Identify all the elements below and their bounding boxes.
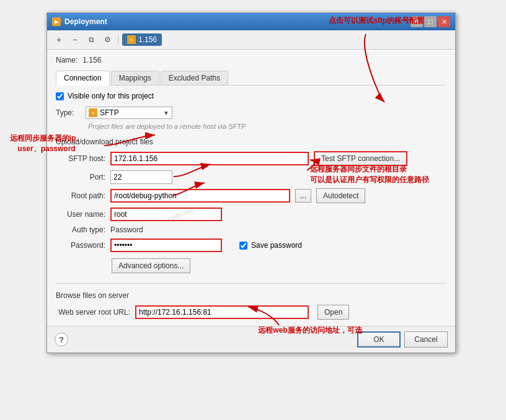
type-value: SFTP (100, 108, 161, 117)
dropdown-arrow-icon: ▼ (163, 110, 169, 116)
sftp-host-label: SFTP host: (56, 154, 105, 163)
open-button[interactable]: Open (317, 305, 349, 320)
remove-server-button[interactable]: − (68, 33, 82, 46)
sftp-icon: ≡ (127, 35, 136, 44)
dialog-title: Deployment (64, 17, 107, 26)
username-row: User name: (56, 208, 446, 221)
upload-section-label: Upload/download project files (56, 138, 446, 146)
web-url-label: Web server root URL: (56, 308, 130, 317)
title-bar: ▶ Deployment ─ □ ✕ (47, 13, 455, 30)
root-path-label: Root path: (56, 191, 105, 200)
tab-excluded-paths[interactable]: Excluded Paths (161, 71, 228, 85)
visible-checkbox-row: Visible only for this project (56, 92, 446, 100)
save-password-label: Save password (251, 241, 302, 250)
type-sftp-icon: ≡ (89, 108, 97, 117)
password-input[interactable] (110, 238, 222, 252)
name-row: Name: 1.156 (56, 56, 446, 64)
minimize-button[interactable]: ─ (411, 16, 423, 27)
web-url-input[interactable] (135, 305, 309, 319)
toolbar-separator (118, 34, 118, 45)
cancel-button[interactable]: Cancel (404, 331, 448, 348)
visible-only-checkbox[interactable] (56, 92, 64, 100)
username-input[interactable] (110, 208, 222, 221)
add-server-button[interactable]: + (52, 33, 66, 46)
root-path-row: Root path: ... Autodetect (56, 188, 446, 203)
config-button[interactable]: ⚙ (100, 33, 114, 46)
save-password-checkbox[interactable] (239, 242, 247, 250)
port-input[interactable] (110, 170, 172, 184)
help-button[interactable]: ? (55, 333, 68, 346)
name-value: 1.156 (82, 56, 101, 64)
close-button[interactable]: ✕ (438, 16, 450, 27)
sftp-host-input[interactable] (110, 152, 309, 165)
password-row: Password: Save password (56, 238, 446, 252)
auth-type-row: Auth type: Password (56, 225, 446, 234)
auth-type-label: Auth type: (56, 225, 105, 234)
auth-type-value: Password (110, 225, 143, 234)
maximize-button[interactable]: □ (424, 16, 437, 27)
advanced-row: Advanced options... (56, 258, 446, 273)
copy-server-button[interactable]: ⧉ (84, 33, 98, 46)
browse-path-button[interactable]: ... (295, 189, 311, 203)
dialog-footer: ? OK Cancel (47, 326, 455, 352)
copy-icon: ⧉ (89, 35, 94, 44)
type-row: Type: ≡ SFTP ▼ (56, 107, 446, 119)
visible-only-label: Visible only for this project (68, 92, 154, 100)
save-password-container: Save password (239, 241, 302, 250)
minus-icon: − (73, 35, 78, 45)
tab-connection[interactable]: Connection (56, 71, 110, 85)
advanced-options-button[interactable]: Advanced options... (112, 258, 190, 273)
username-label: User name: (56, 210, 105, 219)
browse-section-label: Browse files on server (56, 291, 446, 300)
ok-button[interactable]: OK (357, 331, 401, 348)
web-url-row: Web server root URL: Open (56, 305, 446, 320)
type-select[interactable]: ≡ SFTP ▼ (86, 107, 172, 119)
section-divider (56, 283, 446, 284)
gear-icon: ⚙ (104, 35, 111, 44)
type-label: Type: (56, 108, 81, 117)
password-label: Password: (56, 241, 105, 250)
sftp-host-row: SFTP host: Test SFTP connection... (56, 151, 446, 166)
plus-icon: + (56, 35, 61, 45)
toolbar: + − ⧉ ⚙ ≡ 1.156 (47, 30, 455, 50)
type-description: Project files are deployed to a remote h… (88, 123, 446, 130)
tab-bar: Connection Mappings Excluded Paths (56, 71, 446, 85)
server-name: 1.156 (138, 35, 157, 44)
port-label: Port: (56, 173, 105, 182)
port-row: Port: (56, 170, 446, 184)
tab-mappings[interactable]: Mappings (111, 71, 159, 85)
name-label: Name: (56, 56, 78, 64)
server-item[interactable]: ≡ 1.156 (122, 33, 162, 46)
autodetect-button[interactable]: Autodetect (316, 188, 365, 203)
test-sftp-button[interactable]: Test SFTP connection... (314, 151, 407, 166)
app-icon: ▶ (52, 17, 61, 26)
root-path-input[interactable] (110, 189, 290, 203)
